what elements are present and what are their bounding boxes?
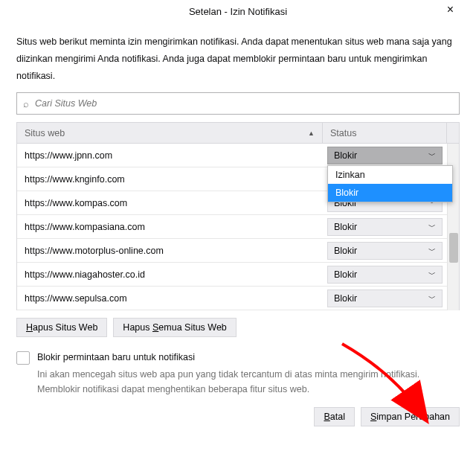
block-new-requests-label: Blokir permintaan baru untuk notifikasi [37,351,195,365]
remove-all-sites-button[interactable]: Hapus Semua Situs Web [113,318,236,337]
save-button[interactable]: Simpan Perubahan [361,407,460,426]
sort-asc-icon: ▲ [308,129,315,137]
block-new-requests-checkbox[interactable] [16,351,30,365]
dialog-description: Situs web berikut meminta izin mengirimk… [16,33,460,92]
status-select[interactable]: Blokir﹀ [327,266,443,284]
chevron-down-icon: ﹀ [428,150,436,161]
scroll-gutter-header [447,123,459,143]
status-select[interactable]: Blokir﹀IzinkanBlokir [327,147,443,164]
status-select-value: Blokir [334,246,357,256]
status-option-allow[interactable]: Izinkan [328,166,452,184]
column-status-label: Status [330,128,356,138]
site-url: https://www.jpnn.com [17,144,323,167]
status-cell: Blokir﹀ [323,287,447,310]
site-url: https://www.sepulsa.com [17,287,323,310]
dialog-title: Setelan - Izin Notifikasi [189,6,287,17]
chevron-down-icon: ﹀ [428,293,436,304]
table-row[interactable]: https://www.sepulsa.comBlokir﹀ [17,287,447,310]
status-select-value: Blokir [334,293,357,304]
search-icon: ⌕ [23,98,29,109]
site-url: https://www.knginfo.com [17,167,323,191]
table-row[interactable]: https://www.kompasiana.comBlokir﹀ [17,215,447,239]
search-input[interactable] [33,97,453,109]
chevron-down-icon: ﹀ [428,269,436,280]
site-url: https://www.niagahoster.co.id [17,263,323,286]
status-cell: Blokir﹀ [323,215,447,238]
scrollbar-thumb[interactable] [449,233,458,263]
site-url: https://www.motorplus-online.com [17,239,323,262]
column-status[interactable]: Status [323,123,447,143]
table-row[interactable]: https://www.niagahoster.co.idBlokir﹀ [17,263,447,287]
status-select[interactable]: Blokir﹀ [327,218,443,236]
status-cell: Blokir﹀IzinkanBlokir [323,144,447,167]
status-select-value: Blokir [334,150,357,161]
site-url: https://www.kompas.com [17,191,323,214]
status-cell: Blokir﹀ [323,239,447,262]
sites-table: Situs web ▲ Status https://www.jpnn.comB… [16,122,460,310]
chevron-down-icon: ﹀ [428,222,436,232]
status-select-value: Blokir [334,269,357,280]
status-option-block[interactable]: Blokir [328,184,452,202]
status-select[interactable]: Blokir﹀ [327,242,443,260]
status-select-value: Blokir [334,222,357,232]
table-row[interactable]: https://www.motorplus-online.comBlokir﹀ [17,239,447,263]
column-site-label: Situs web [25,128,65,138]
search-field[interactable]: ⌕ [16,92,460,115]
table-header: Situs web ▲ Status [17,123,459,144]
cancel-button[interactable]: Batal [314,407,355,426]
table-row[interactable]: https://www.jpnn.comBlokir﹀IzinkanBlokir [17,144,447,167]
column-site[interactable]: Situs web ▲ [17,123,323,143]
site-url: https://www.kompasiana.com [17,215,323,238]
status-select[interactable]: Blokir﹀ [327,290,443,307]
close-icon[interactable]: × [441,1,460,18]
status-dropdown[interactable]: IzinkanBlokir [327,165,453,202]
chevron-down-icon: ﹀ [428,246,436,256]
remove-site-button[interactable]: Hapus Situs Web [16,318,107,337]
block-new-requests-hint: Ini akan mencegah situs web apa pun yang… [37,368,460,397]
status-cell: Blokir﹀ [323,263,447,286]
